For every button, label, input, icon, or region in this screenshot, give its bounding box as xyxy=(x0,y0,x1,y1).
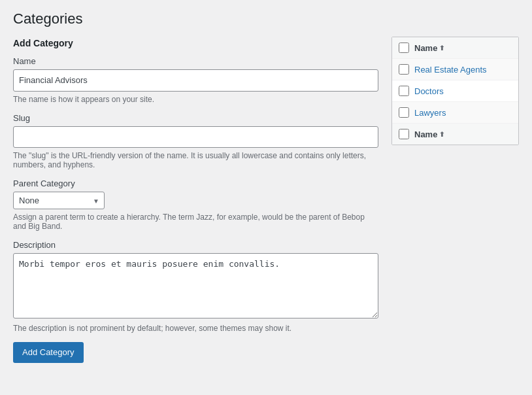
slug-group: Slug The "slug" is the URL-friendly vers… xyxy=(13,113,378,170)
parent-label: Parent Category xyxy=(13,179,378,188)
table-row: Real Estate Agents xyxy=(392,59,518,80)
add-category-button[interactable]: Add Category xyxy=(13,342,84,363)
footer-checkbox[interactable] xyxy=(399,129,409,139)
footer-name-col: Name ⬆ xyxy=(414,129,444,139)
description-hint: The description is not prominent by defa… xyxy=(13,324,378,333)
header-name-label: Name xyxy=(414,43,437,53)
footer-sort-icon: ⬆ xyxy=(439,131,444,138)
page-wrapper: Categories Add Category Name The name is… xyxy=(0,0,532,395)
page-title: Categories xyxy=(13,10,378,27)
table-row: Lawyers xyxy=(392,102,518,124)
row-checkbox-real-estate[interactable] xyxy=(399,64,409,75)
row-checkbox-lawyers[interactable] xyxy=(399,107,409,118)
parent-select-wrapper: None ▼ xyxy=(13,192,105,209)
header-name-col: Name ⬆ xyxy=(414,43,444,53)
table-row: Doctors xyxy=(392,80,518,102)
slug-hint: The "slug" is the URL-friendly version o… xyxy=(13,151,378,169)
table-header-row: Name ⬆ xyxy=(392,37,518,59)
name-label: Name xyxy=(13,56,378,66)
name-group: Name The name is how it appears on your … xyxy=(13,56,378,104)
submit-group: Add Category xyxy=(13,342,378,363)
description-textarea[interactable]: Morbi tempor eros et mauris posuere enim… xyxy=(13,253,378,318)
section-title: Add Category xyxy=(13,38,378,48)
row-link-lawyers[interactable]: Lawyers xyxy=(414,108,446,118)
left-panel: Categories Add Category Name The name is… xyxy=(13,10,378,385)
slug-input[interactable] xyxy=(13,126,378,148)
header-checkbox[interactable] xyxy=(399,43,409,53)
name-hint: The name is how it appears on your site. xyxy=(13,95,378,104)
parent-select[interactable]: None xyxy=(13,192,105,209)
description-group: Description Morbi tempor eros et mauris … xyxy=(13,240,378,333)
parent-group: Parent Category None ▼ Assign a parent t… xyxy=(13,179,378,231)
row-link-real-estate[interactable]: Real Estate Agents xyxy=(414,65,487,75)
description-label: Description xyxy=(13,240,378,250)
name-input[interactable] xyxy=(13,69,378,92)
parent-hint: Assign a parent term to create a hierarc… xyxy=(13,213,378,231)
slug-label: Slug xyxy=(13,113,378,123)
table-footer-row: Name ⬆ xyxy=(392,124,518,145)
categories-table: Name ⬆ Real Estate Agents Doctors Lawyer… xyxy=(391,37,519,145)
footer-name-label: Name xyxy=(414,129,437,139)
row-checkbox-doctors[interactable] xyxy=(399,86,409,96)
row-link-doctors[interactable]: Doctors xyxy=(414,86,444,96)
sort-icon: ⬆ xyxy=(439,44,444,52)
